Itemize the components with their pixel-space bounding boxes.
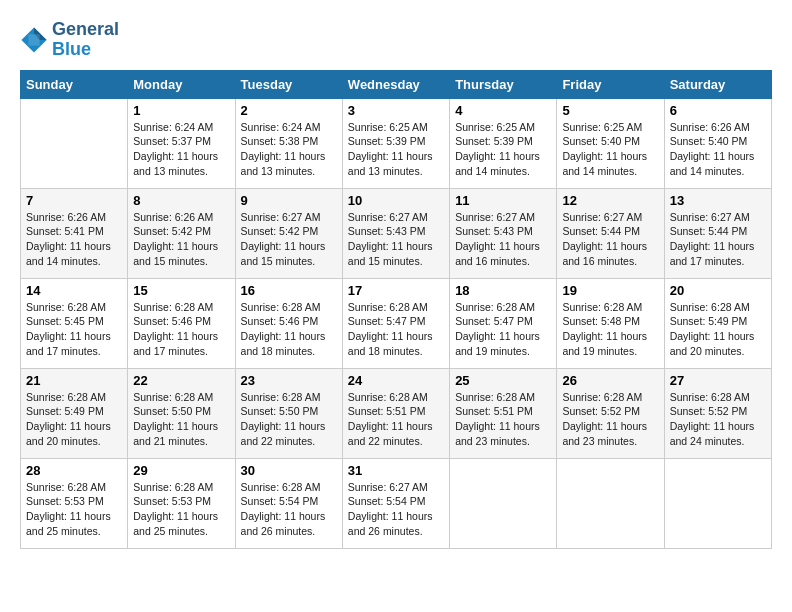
calendar-cell: 11Sunrise: 6:27 AM Sunset: 5:43 PM Dayli… — [450, 188, 557, 278]
calendar-cell: 16Sunrise: 6:28 AM Sunset: 5:46 PM Dayli… — [235, 278, 342, 368]
day-info: Sunrise: 6:28 AM Sunset: 5:50 PM Dayligh… — [133, 390, 229, 449]
day-info: Sunrise: 6:27 AM Sunset: 5:43 PM Dayligh… — [455, 210, 551, 269]
calendar-header: SundayMondayTuesdayWednesdayThursdayFrid… — [21, 70, 772, 98]
logo: General Blue — [20, 20, 119, 60]
logo-text-general: General — [52, 20, 119, 40]
day-number: 11 — [455, 193, 551, 208]
weekday-friday: Friday — [557, 70, 664, 98]
day-number: 15 — [133, 283, 229, 298]
day-info: Sunrise: 6:28 AM Sunset: 5:50 PM Dayligh… — [241, 390, 337, 449]
week-row-3: 21Sunrise: 6:28 AM Sunset: 5:49 PM Dayli… — [21, 368, 772, 458]
day-number: 23 — [241, 373, 337, 388]
day-number: 16 — [241, 283, 337, 298]
day-number: 20 — [670, 283, 766, 298]
day-info: Sunrise: 6:27 AM Sunset: 5:44 PM Dayligh… — [670, 210, 766, 269]
day-number: 10 — [348, 193, 444, 208]
calendar-cell: 30Sunrise: 6:28 AM Sunset: 5:54 PM Dayli… — [235, 458, 342, 548]
day-info: Sunrise: 6:28 AM Sunset: 5:51 PM Dayligh… — [348, 390, 444, 449]
day-info: Sunrise: 6:28 AM Sunset: 5:51 PM Dayligh… — [455, 390, 551, 449]
day-info: Sunrise: 6:28 AM Sunset: 5:48 PM Dayligh… — [562, 300, 658, 359]
calendar-cell: 28Sunrise: 6:28 AM Sunset: 5:53 PM Dayli… — [21, 458, 128, 548]
day-info: Sunrise: 6:28 AM Sunset: 5:52 PM Dayligh… — [670, 390, 766, 449]
day-number: 28 — [26, 463, 122, 478]
day-number: 4 — [455, 103, 551, 118]
day-number: 13 — [670, 193, 766, 208]
day-info: Sunrise: 6:28 AM Sunset: 5:49 PM Dayligh… — [26, 390, 122, 449]
logo-icon — [20, 26, 48, 54]
calendar-cell: 6Sunrise: 6:26 AM Sunset: 5:40 PM Daylig… — [664, 98, 771, 188]
calendar-cell: 13Sunrise: 6:27 AM Sunset: 5:44 PM Dayli… — [664, 188, 771, 278]
day-info: Sunrise: 6:28 AM Sunset: 5:47 PM Dayligh… — [455, 300, 551, 359]
calendar-cell: 20Sunrise: 6:28 AM Sunset: 5:49 PM Dayli… — [664, 278, 771, 368]
day-info: Sunrise: 6:27 AM Sunset: 5:44 PM Dayligh… — [562, 210, 658, 269]
calendar-cell: 22Sunrise: 6:28 AM Sunset: 5:50 PM Dayli… — [128, 368, 235, 458]
calendar-cell: 18Sunrise: 6:28 AM Sunset: 5:47 PM Dayli… — [450, 278, 557, 368]
calendar-cell: 12Sunrise: 6:27 AM Sunset: 5:44 PM Dayli… — [557, 188, 664, 278]
calendar-cell: 14Sunrise: 6:28 AM Sunset: 5:45 PM Dayli… — [21, 278, 128, 368]
day-number: 25 — [455, 373, 551, 388]
day-number: 2 — [241, 103, 337, 118]
day-info: Sunrise: 6:24 AM Sunset: 5:37 PM Dayligh… — [133, 120, 229, 179]
day-number: 17 — [348, 283, 444, 298]
calendar-cell: 17Sunrise: 6:28 AM Sunset: 5:47 PM Dayli… — [342, 278, 449, 368]
weekday-wednesday: Wednesday — [342, 70, 449, 98]
calendar-cell: 8Sunrise: 6:26 AM Sunset: 5:42 PM Daylig… — [128, 188, 235, 278]
day-number: 21 — [26, 373, 122, 388]
day-info: Sunrise: 6:28 AM Sunset: 5:49 PM Dayligh… — [670, 300, 766, 359]
day-info: Sunrise: 6:27 AM Sunset: 5:43 PM Dayligh… — [348, 210, 444, 269]
calendar-table: SundayMondayTuesdayWednesdayThursdayFrid… — [20, 70, 772, 549]
page-header: General Blue — [20, 20, 772, 60]
calendar-cell: 2Sunrise: 6:24 AM Sunset: 5:38 PM Daylig… — [235, 98, 342, 188]
calendar-cell: 1Sunrise: 6:24 AM Sunset: 5:37 PM Daylig… — [128, 98, 235, 188]
day-number: 18 — [455, 283, 551, 298]
calendar-cell: 23Sunrise: 6:28 AM Sunset: 5:50 PM Dayli… — [235, 368, 342, 458]
day-number: 26 — [562, 373, 658, 388]
calendar-cell: 21Sunrise: 6:28 AM Sunset: 5:49 PM Dayli… — [21, 368, 128, 458]
weekday-saturday: Saturday — [664, 70, 771, 98]
calendar-cell: 19Sunrise: 6:28 AM Sunset: 5:48 PM Dayli… — [557, 278, 664, 368]
day-number: 6 — [670, 103, 766, 118]
day-number: 19 — [562, 283, 658, 298]
calendar-cell — [557, 458, 664, 548]
day-info: Sunrise: 6:24 AM Sunset: 5:38 PM Dayligh… — [241, 120, 337, 179]
day-info: Sunrise: 6:25 AM Sunset: 5:39 PM Dayligh… — [348, 120, 444, 179]
calendar-cell: 5Sunrise: 6:25 AM Sunset: 5:40 PM Daylig… — [557, 98, 664, 188]
calendar-cell: 29Sunrise: 6:28 AM Sunset: 5:53 PM Dayli… — [128, 458, 235, 548]
calendar-cell: 25Sunrise: 6:28 AM Sunset: 5:51 PM Dayli… — [450, 368, 557, 458]
day-info: Sunrise: 6:28 AM Sunset: 5:52 PM Dayligh… — [562, 390, 658, 449]
day-info: Sunrise: 6:25 AM Sunset: 5:39 PM Dayligh… — [455, 120, 551, 179]
calendar-body: 1Sunrise: 6:24 AM Sunset: 5:37 PM Daylig… — [21, 98, 772, 548]
day-number: 8 — [133, 193, 229, 208]
calendar-cell: 31Sunrise: 6:27 AM Sunset: 5:54 PM Dayli… — [342, 458, 449, 548]
calendar-cell: 4Sunrise: 6:25 AM Sunset: 5:39 PM Daylig… — [450, 98, 557, 188]
weekday-monday: Monday — [128, 70, 235, 98]
day-info: Sunrise: 6:26 AM Sunset: 5:41 PM Dayligh… — [26, 210, 122, 269]
weekday-sunday: Sunday — [21, 70, 128, 98]
calendar-cell — [664, 458, 771, 548]
calendar-cell: 3Sunrise: 6:25 AM Sunset: 5:39 PM Daylig… — [342, 98, 449, 188]
calendar-cell — [21, 98, 128, 188]
day-number: 22 — [133, 373, 229, 388]
day-info: Sunrise: 6:28 AM Sunset: 5:46 PM Dayligh… — [133, 300, 229, 359]
day-info: Sunrise: 6:28 AM Sunset: 5:53 PM Dayligh… — [26, 480, 122, 539]
day-number: 3 — [348, 103, 444, 118]
logo-text-blue: Blue — [52, 40, 119, 60]
day-number: 29 — [133, 463, 229, 478]
day-info: Sunrise: 6:28 AM Sunset: 5:53 PM Dayligh… — [133, 480, 229, 539]
day-info: Sunrise: 6:28 AM Sunset: 5:54 PM Dayligh… — [241, 480, 337, 539]
day-number: 1 — [133, 103, 229, 118]
calendar-cell — [450, 458, 557, 548]
day-number: 12 — [562, 193, 658, 208]
calendar-cell: 15Sunrise: 6:28 AM Sunset: 5:46 PM Dayli… — [128, 278, 235, 368]
day-number: 31 — [348, 463, 444, 478]
day-info: Sunrise: 6:28 AM Sunset: 5:45 PM Dayligh… — [26, 300, 122, 359]
day-info: Sunrise: 6:25 AM Sunset: 5:40 PM Dayligh… — [562, 120, 658, 179]
svg-rect-2 — [28, 34, 39, 45]
calendar-cell: 26Sunrise: 6:28 AM Sunset: 5:52 PM Dayli… — [557, 368, 664, 458]
day-info: Sunrise: 6:26 AM Sunset: 5:40 PM Dayligh… — [670, 120, 766, 179]
day-info: Sunrise: 6:28 AM Sunset: 5:47 PM Dayligh… — [348, 300, 444, 359]
week-row-1: 7Sunrise: 6:26 AM Sunset: 5:41 PM Daylig… — [21, 188, 772, 278]
calendar-cell: 24Sunrise: 6:28 AM Sunset: 5:51 PM Dayli… — [342, 368, 449, 458]
calendar-cell: 9Sunrise: 6:27 AM Sunset: 5:42 PM Daylig… — [235, 188, 342, 278]
day-info: Sunrise: 6:26 AM Sunset: 5:42 PM Dayligh… — [133, 210, 229, 269]
